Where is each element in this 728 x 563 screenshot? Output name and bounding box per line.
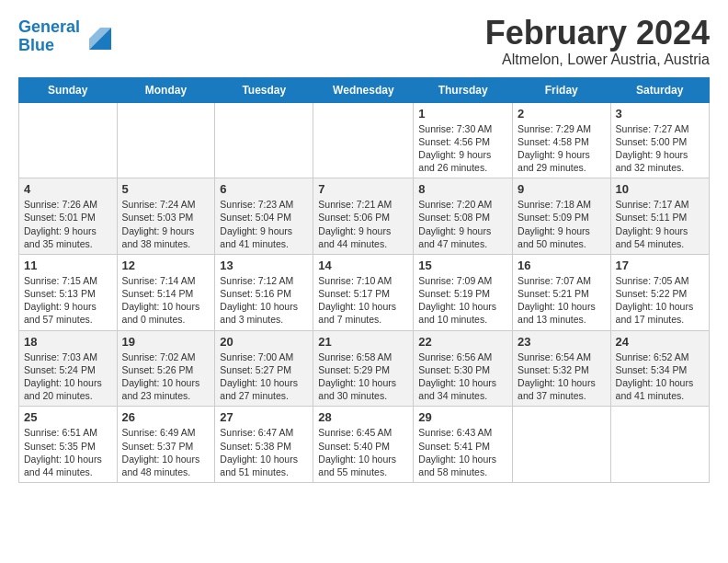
day-number: 17 — [616, 259, 704, 272]
calendar-cell-w1d5: 9Sunrise: 7:18 AM Sunset: 5:09 PM Daylig… — [513, 178, 611, 255]
day-number: 14 — [318, 259, 408, 272]
day-number: 24 — [616, 335, 704, 349]
calendar-cell-w2d4: 15Sunrise: 7:09 AM Sunset: 5:19 PM Dayli… — [414, 254, 513, 330]
page-subtitle: Altmelon, Lower Austria, Austria — [485, 52, 710, 68]
calendar-cell-w2d6: 17Sunrise: 7:05 AM Sunset: 5:22 PM Dayli… — [610, 254, 709, 330]
calendar-cell-w1d0: 4Sunrise: 7:26 AM Sunset: 5:01 PM Daylig… — [19, 178, 118, 255]
calendar-cell-w0d3 — [313, 102, 414, 178]
day-info: Sunrise: 6:51 AM Sunset: 5:35 PM Dayligh… — [24, 426, 112, 478]
day-header-sunday: Sunday — [19, 77, 118, 102]
calendar-cell-w2d1: 12Sunrise: 7:14 AM Sunset: 5:14 PM Dayli… — [117, 254, 215, 330]
calendar-cell-w0d4: 1Sunrise: 7:30 AM Sunset: 4:56 PM Daylig… — [414, 102, 513, 178]
day-number: 23 — [518, 335, 606, 349]
day-info: Sunrise: 7:10 AM Sunset: 5:17 PM Dayligh… — [318, 274, 408, 327]
calendar-cell-w3d2: 20Sunrise: 7:00 AM Sunset: 5:27 PM Dayli… — [215, 330, 313, 407]
calendar-cell-w0d5: 2Sunrise: 7:29 AM Sunset: 4:58 PM Daylig… — [513, 102, 611, 178]
day-number: 3 — [616, 107, 704, 121]
day-info: Sunrise: 6:49 AM Sunset: 5:37 PM Dayligh… — [122, 426, 210, 478]
day-info: Sunrise: 7:23 AM Sunset: 5:04 PM Dayligh… — [220, 198, 308, 250]
calendar-cell-w0d0 — [19, 102, 118, 178]
calendar-cell-w1d3: 7Sunrise: 7:21 AM Sunset: 5:06 PM Daylig… — [313, 178, 414, 255]
calendar-cell-w2d5: 16Sunrise: 7:07 AM Sunset: 5:21 PM Dayli… — [513, 254, 611, 330]
day-number: 2 — [518, 107, 606, 121]
day-info: Sunrise: 7:07 AM Sunset: 5:21 PM Dayligh… — [518, 274, 606, 327]
day-header-tuesday: Tuesday — [215, 77, 313, 102]
day-info: Sunrise: 7:17 AM Sunset: 5:11 PM Dayligh… — [616, 198, 704, 250]
calendar-cell-w2d3: 14Sunrise: 7:10 AM Sunset: 5:17 PM Dayli… — [313, 254, 414, 330]
day-number: 9 — [518, 182, 606, 196]
calendar-cell-w4d5 — [513, 407, 611, 483]
day-info: Sunrise: 6:56 AM Sunset: 5:30 PM Dayligh… — [418, 350, 507, 403]
day-info: Sunrise: 7:09 AM Sunset: 5:19 PM Dayligh… — [418, 274, 507, 327]
day-number: 19 — [122, 335, 210, 349]
day-info: Sunrise: 7:03 AM Sunset: 5:24 PM Dayligh… — [24, 350, 112, 403]
calendar-cell-w4d4: 29Sunrise: 6:43 AM Sunset: 5:41 PM Dayli… — [414, 407, 513, 483]
logo-text: General Blue — [18, 18, 80, 55]
title-block: February 2024 Altmelon, Lower Austria, A… — [485, 15, 710, 68]
calendar-cell-w4d1: 26Sunrise: 6:49 AM Sunset: 5:37 PM Dayli… — [117, 407, 215, 483]
day-number: 16 — [518, 259, 606, 272]
calendar-cell-w2d2: 13Sunrise: 7:12 AM Sunset: 5:16 PM Dayli… — [215, 254, 313, 330]
day-number: 11 — [24, 259, 112, 272]
day-number: 20 — [220, 335, 308, 349]
day-number: 27 — [220, 410, 308, 424]
day-info: Sunrise: 7:21 AM Sunset: 5:06 PM Dayligh… — [318, 198, 408, 250]
day-info: Sunrise: 7:24 AM Sunset: 5:03 PM Dayligh… — [122, 198, 210, 250]
calendar-cell-w4d6 — [610, 407, 709, 483]
day-number: 10 — [616, 182, 704, 196]
calendar-cell-w0d6: 3Sunrise: 7:27 AM Sunset: 5:00 PM Daylig… — [610, 102, 709, 178]
calendar-cell-w4d2: 27Sunrise: 6:47 AM Sunset: 5:38 PM Dayli… — [215, 407, 313, 483]
day-info: Sunrise: 7:15 AM Sunset: 5:13 PM Dayligh… — [24, 274, 112, 327]
day-info: Sunrise: 6:43 AM Sunset: 5:41 PM Dayligh… — [418, 426, 507, 478]
day-info: Sunrise: 6:47 AM Sunset: 5:38 PM Dayligh… — [220, 426, 308, 478]
day-number: 1 — [418, 107, 507, 121]
day-header-thursday: Thursday — [414, 77, 513, 102]
day-info: Sunrise: 7:00 AM Sunset: 5:27 PM Dayligh… — [220, 350, 308, 403]
calendar-cell-w3d1: 19Sunrise: 7:02 AM Sunset: 5:26 PM Dayli… — [117, 330, 215, 407]
calendar-cell-w3d0: 18Sunrise: 7:03 AM Sunset: 5:24 PM Dayli… — [19, 330, 118, 407]
day-info: Sunrise: 7:14 AM Sunset: 5:14 PM Dayligh… — [122, 274, 210, 327]
day-number: 25 — [24, 410, 112, 424]
day-header-saturday: Saturday — [610, 77, 709, 102]
day-header-monday: Monday — [117, 77, 215, 102]
calendar-cell-w0d2 — [215, 102, 313, 178]
day-info: Sunrise: 7:29 AM Sunset: 4:58 PM Dayligh… — [518, 122, 606, 175]
day-number: 7 — [318, 182, 408, 196]
page-title: February 2024 — [485, 15, 710, 52]
page-header: General Blue February 2024 Altmelon, Low… — [18, 15, 710, 68]
day-info: Sunrise: 7:26 AM Sunset: 5:01 PM Dayligh… — [24, 198, 112, 250]
day-info: Sunrise: 7:12 AM Sunset: 5:16 PM Dayligh… — [220, 274, 308, 327]
day-number: 28 — [318, 410, 408, 424]
day-info: Sunrise: 7:18 AM Sunset: 5:09 PM Dayligh… — [518, 198, 606, 250]
calendar-cell-w3d3: 21Sunrise: 6:58 AM Sunset: 5:29 PM Dayli… — [313, 330, 414, 407]
day-info: Sunrise: 7:05 AM Sunset: 5:22 PM Dayligh… — [616, 274, 704, 327]
calendar-cell-w4d3: 28Sunrise: 6:45 AM Sunset: 5:40 PM Dayli… — [313, 407, 414, 483]
day-number: 29 — [418, 410, 507, 424]
day-info: Sunrise: 7:27 AM Sunset: 5:00 PM Dayligh… — [616, 122, 704, 175]
calendar-cell-w1d2: 6Sunrise: 7:23 AM Sunset: 5:04 PM Daylig… — [215, 178, 313, 255]
day-number: 5 — [122, 182, 210, 196]
calendar-cell-w3d6: 24Sunrise: 6:52 AM Sunset: 5:34 PM Dayli… — [610, 330, 709, 407]
day-number: 12 — [122, 259, 210, 272]
calendar-cell-w0d1 — [117, 102, 215, 178]
day-number: 18 — [24, 335, 112, 349]
day-number: 13 — [220, 259, 308, 272]
day-number: 22 — [418, 335, 507, 349]
day-info: Sunrise: 6:45 AM Sunset: 5:40 PM Dayligh… — [318, 426, 408, 478]
day-number: 4 — [24, 182, 112, 196]
day-info: Sunrise: 7:02 AM Sunset: 5:26 PM Dayligh… — [122, 350, 210, 403]
calendar-cell-w1d4: 8Sunrise: 7:20 AM Sunset: 5:08 PM Daylig… — [414, 178, 513, 255]
calendar-table: SundayMondayTuesdayWednesdayThursdayFrid… — [18, 77, 710, 483]
day-number: 26 — [122, 410, 210, 424]
day-header-friday: Friday — [513, 77, 611, 102]
calendar-cell-w4d0: 25Sunrise: 6:51 AM Sunset: 5:35 PM Dayli… — [19, 407, 118, 483]
day-number: 6 — [220, 182, 308, 196]
day-info: Sunrise: 7:20 AM Sunset: 5:08 PM Dayligh… — [418, 198, 507, 250]
day-header-wednesday: Wednesday — [313, 77, 414, 102]
day-number: 21 — [318, 335, 408, 349]
day-info: Sunrise: 6:54 AM Sunset: 5:32 PM Dayligh… — [518, 350, 606, 403]
calendar-cell-w1d6: 10Sunrise: 7:17 AM Sunset: 5:11 PM Dayli… — [610, 178, 709, 255]
calendar-cell-w3d4: 22Sunrise: 6:56 AM Sunset: 5:30 PM Dayli… — [414, 330, 513, 407]
day-info: Sunrise: 7:30 AM Sunset: 4:56 PM Dayligh… — [418, 122, 507, 175]
logo: General Blue — [18, 18, 111, 55]
